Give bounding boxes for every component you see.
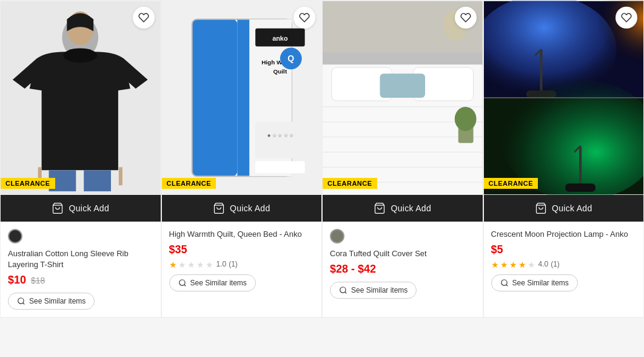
product-card: CLEARANCE Quick Add Cora Tufted Quilt Co… xyxy=(322,0,483,318)
heart-icon xyxy=(621,12,632,23)
star-4: ★ xyxy=(196,260,205,268)
star-3: ★ xyxy=(187,260,196,268)
search-icon xyxy=(17,297,25,305)
star-4: ★ xyxy=(518,260,527,268)
color-swatches xyxy=(330,229,475,243)
svg-rect-5 xyxy=(119,167,122,185)
heart-icon xyxy=(460,12,471,23)
see-similar-button[interactable]: See Similar items xyxy=(330,282,417,299)
rating-value: 1.0 xyxy=(216,260,227,268)
cart-icon xyxy=(52,202,64,214)
wishlist-button[interactable] xyxy=(615,7,637,29)
star-5: ★ xyxy=(528,260,536,268)
price-row: $5 xyxy=(491,243,637,256)
svg-point-66 xyxy=(501,280,506,285)
svg-point-2 xyxy=(63,48,97,63)
search-icon xyxy=(500,279,509,287)
product-image xyxy=(323,1,483,195)
color-swatches xyxy=(8,229,153,243)
product-image-container: CLEARANCE xyxy=(1,1,161,195)
price-row: $35 xyxy=(169,243,315,256)
svg-text:anko: anko xyxy=(272,35,288,42)
svg-rect-23 xyxy=(255,122,305,158)
wishlist-button[interactable] xyxy=(133,7,155,29)
star-1: ★ xyxy=(169,260,178,268)
product-image xyxy=(1,1,161,195)
svg-text:Q: Q xyxy=(287,53,294,63)
star-3: ★ xyxy=(509,260,518,268)
svg-rect-63 xyxy=(565,183,595,192)
svg-text:Quilt: Quilt xyxy=(273,68,287,75)
product-card: CLEARANCE Quick Add Crescent Moon Projec… xyxy=(483,0,645,318)
cart-icon xyxy=(535,202,547,214)
product-image: anko High Warmth Quilt Q ★ ☆ ☆ ☆ ☆ xyxy=(162,1,322,195)
cart-icon xyxy=(374,202,386,214)
product-info: Australian Cotton Long Sleeve Rib Layeri… xyxy=(1,222,161,317)
wishlist-button[interactable] xyxy=(455,7,477,29)
star-1: ★ xyxy=(491,260,500,268)
quick-add-button[interactable]: Quick Add xyxy=(323,195,483,222)
product-name: Cora Tufted Quilt Cover Set xyxy=(330,248,475,259)
price-original: $18 xyxy=(31,276,45,285)
product-name: Crescent Moon Projection Lamp - Anko xyxy=(491,229,637,240)
svg-rect-7 xyxy=(84,170,111,191)
quick-add-button[interactable]: Quick Add xyxy=(162,195,322,222)
svg-point-42 xyxy=(455,107,477,131)
product-image xyxy=(484,1,644,195)
stars: ★ ★ ★ ★ ★ xyxy=(491,260,536,268)
rating-row: ★ ★ ★ ★ ★ 1.0 (1) xyxy=(169,260,315,268)
price-row: $28 - $42 xyxy=(330,263,475,276)
product-image-container: CLEARANCE xyxy=(323,1,483,195)
search-icon xyxy=(339,286,347,294)
price-row: $10 $18 xyxy=(8,274,153,287)
product-card: CLEARANCE Quick Add Australian Cotton Lo… xyxy=(0,0,161,318)
color-swatch[interactable] xyxy=(330,229,344,243)
svg-point-46 xyxy=(340,287,346,293)
product-info: High Warmth Quilt, Queen Bed - Anko $35 … xyxy=(162,222,322,317)
product-card: anko High Warmth Quilt Q ★ ☆ ☆ ☆ ☆ CLEAR… xyxy=(161,0,323,318)
heart-icon xyxy=(138,12,149,23)
price-single: $35 xyxy=(169,243,187,256)
quick-add-button[interactable]: Quick Add xyxy=(1,195,161,222)
product-name: High Warmth Quilt, Queen Bed - Anko xyxy=(169,229,315,240)
price-range: $28 - $42 xyxy=(330,263,376,276)
color-swatch[interactable] xyxy=(8,229,22,243)
svg-rect-25 xyxy=(255,161,305,173)
product-image-container: anko High Warmth Quilt Q ★ ☆ ☆ ☆ ☆ CLEAR… xyxy=(162,1,322,195)
price-single: $5 xyxy=(491,243,503,256)
see-similar-button[interactable]: See Similar items xyxy=(8,293,95,310)
svg-point-9 xyxy=(18,298,24,304)
see-similar-button[interactable]: See Similar items xyxy=(169,274,256,291)
clearance-badge: CLEARANCE xyxy=(162,178,216,189)
rating-row: ★ ★ ★ ★ ★ 4.0 (1) xyxy=(491,260,637,268)
svg-text:★ ☆ ☆ ☆ ☆: ★ ☆ ☆ ☆ ☆ xyxy=(266,133,293,138)
rating-count: (1) xyxy=(551,260,560,268)
see-similar-button[interactable]: See Similar items xyxy=(491,274,578,291)
star-2: ★ xyxy=(178,260,187,268)
product-image-container: CLEARANCE xyxy=(484,1,644,195)
product-info: Crescent Moon Projection Lamp - Anko $5 … xyxy=(484,222,644,317)
rating-value: 4.0 xyxy=(538,260,549,268)
price-sale: $10 xyxy=(8,274,26,287)
rating-count: (1) xyxy=(229,260,238,268)
svg-point-27 xyxy=(179,280,184,285)
svg-rect-40 xyxy=(380,73,425,98)
star-5: ★ xyxy=(206,260,214,268)
clearance-badge: CLEARANCE xyxy=(484,178,538,189)
search-icon xyxy=(178,279,187,287)
product-info: Cora Tufted Quilt Cover Set $28 - $42 Se… xyxy=(323,222,483,317)
clearance-badge: CLEARANCE xyxy=(1,178,55,189)
products-grid: CLEARANCE Quick Add Australian Cotton Lo… xyxy=(0,0,644,318)
quick-add-button[interactable]: Quick Add xyxy=(484,195,644,222)
stars: ★ ★ ★ ★ ★ xyxy=(169,260,214,268)
heart-icon xyxy=(299,12,310,23)
star-2: ★ xyxy=(500,260,509,268)
cart-icon xyxy=(213,202,225,214)
wishlist-button[interactable] xyxy=(293,7,315,29)
svg-rect-12 xyxy=(192,19,237,177)
clearance-badge: CLEARANCE xyxy=(323,178,377,189)
product-name: Australian Cotton Long Sleeve Rib Layeri… xyxy=(8,248,153,270)
